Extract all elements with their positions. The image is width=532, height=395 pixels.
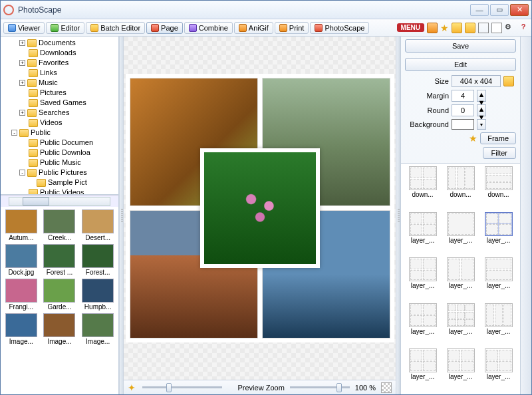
size-reset-icon[interactable] [503,76,514,86]
tree-item[interactable]: -Public Pictures [18,168,117,178]
tree-item[interactable]: Pictures [18,88,117,98]
page-canvas[interactable] [126,74,394,342]
tree-item[interactable]: Saved Games [18,98,117,108]
layout-option[interactable]: layer_... [405,303,440,346]
layout-option[interactable]: layer_... [405,257,440,301]
layout-option[interactable]: layer_... [405,212,440,255]
background-color[interactable] [452,119,474,130]
tree-item[interactable]: +Documents [18,38,117,48]
layout-option[interactable]: down... [481,166,516,209]
thumbnail[interactable]: Forest ... [42,244,78,276]
right-splitter[interactable] [396,37,400,394]
tab-anigif[interactable]: AniGif [234,22,273,34]
folder-icon[interactable] [465,23,475,33]
layout-option[interactable]: layer_... [481,348,516,392]
tab-icon [239,24,247,32]
thumbnail[interactable]: Forest... [80,244,116,276]
transparency-icon[interactable] [381,382,392,393]
tree-item[interactable]: +Searches [18,108,117,118]
margin-input[interactable] [452,90,474,102]
tree-expander[interactable]: + [19,60,25,66]
tab-editor[interactable]: Editor [46,22,84,34]
layout-option[interactable]: layer_... [481,212,516,255]
thumbnail[interactable]: Desert... [80,209,116,241]
layout-option[interactable]: layer_... [443,303,478,346]
tab-batch-editor[interactable]: Batch Editor [86,22,145,34]
tab-viewer[interactable]: Viewer [3,22,45,34]
tab-print[interactable]: Print [275,22,309,34]
thumbnail[interactable]: Garde... [42,279,78,311]
thumbnail[interactable]: Frangi... [3,279,39,311]
round-spinner[interactable]: ▲▼ [477,104,486,116]
toolbar-icon-2[interactable] [452,23,462,33]
thumbnail-image [43,209,75,233]
tree-item[interactable]: Sample Pict [26,178,117,188]
save-button[interactable]: Save [405,39,516,53]
tree-expander[interactable]: - [11,130,17,136]
left-splitter[interactable] [119,37,124,394]
size-value[interactable]: 404 x 404 [452,75,501,87]
thumbnail[interactable]: Dock.jpg [3,244,39,276]
layout-option[interactable]: layer_... [405,348,440,392]
zoom-slider[interactable] [290,386,350,388]
tree-item[interactable]: -Public [10,128,117,138]
layout-option[interactable]: layer_... [481,257,516,301]
minimize-button[interactable]: — [470,4,489,16]
layout-option[interactable]: down... [443,166,478,209]
close-button[interactable]: ✕ [510,4,529,16]
folder-icon [37,179,46,187]
tree-item[interactable]: Downloads [18,48,117,58]
help-icon[interactable]: ? [518,23,529,33]
margin-spinner[interactable]: ▲▼ [477,90,486,102]
layout-option[interactable]: layer_... [443,348,478,392]
thumbnail-label: Garde... [43,303,75,311]
thumbnail[interactable]: Image... [3,313,39,345]
round-input[interactable] [452,104,474,116]
copy-icon[interactable] [478,23,489,33]
thumbnail[interactable]: Image... [42,313,78,345]
tree-item[interactable]: +Music [18,78,117,88]
layout-preview [447,257,475,281]
paste-icon[interactable] [491,23,502,33]
tree-item[interactable]: Links [18,68,117,78]
titlebar[interactable]: PhotoScape — ▭ ✕ [1,1,531,19]
zoom-star-icon[interactable]: ✦ [128,383,137,392]
tree-item[interactable]: Public Videos [18,188,117,195]
tab-combine[interactable]: Combine [184,22,233,34]
star-icon[interactable]: ★ [440,23,449,33]
tree-hscroll[interactable] [1,195,118,207]
menu-badge[interactable]: MENU [397,23,424,32]
maximize-button[interactable]: ▭ [490,4,509,16]
tree-item[interactable]: Videos [18,118,117,128]
tree-item[interactable]: Public Documen [18,138,117,148]
canvas-area[interactable] [124,37,396,380]
tab-photoscape[interactable]: PhotoScape [310,22,369,34]
frame-star-icon[interactable]: ★ [469,134,477,143]
left-slider[interactable] [142,386,222,388]
folder-tree[interactable]: +DocumentsDownloads+FavoritesLinks+Music… [1,37,118,195]
layout-option[interactable]: layer_... [481,303,516,346]
tree-item[interactable]: Public Music [18,158,117,168]
toolbar-icon-1[interactable] [427,23,438,33]
right-vscroll[interactable] [520,37,531,394]
filter-button[interactable]: Filter [483,147,516,159]
thumbnail[interactable]: Image... [80,313,116,345]
edit-button[interactable]: Edit [405,58,516,71]
tree-expander[interactable]: + [19,80,25,86]
tree-item[interactable]: +Favorites [18,58,117,68]
thumbnail[interactable]: Humpb... [80,279,116,311]
tab-page[interactable]: Page [146,22,183,34]
frame-button[interactable]: Frame [480,132,516,144]
settings-icon[interactable]: ⚙ [505,23,515,33]
layout-option[interactable]: layer_... [443,257,478,301]
tree-expander[interactable]: + [19,40,25,46]
tree-expander[interactable]: + [19,110,25,116]
layout-option[interactable]: layer_... [443,212,478,255]
layout-option[interactable]: down... [405,166,440,209]
thumbnail[interactable]: Autum... [3,209,39,241]
tree-item[interactable]: Public Downloa [18,148,117,158]
background-dropdown[interactable]: ▼ [477,119,486,130]
thumbnail[interactable]: Creek... [42,209,78,241]
collage-slot-center[interactable] [200,148,320,268]
tree-expander[interactable]: - [19,170,25,176]
